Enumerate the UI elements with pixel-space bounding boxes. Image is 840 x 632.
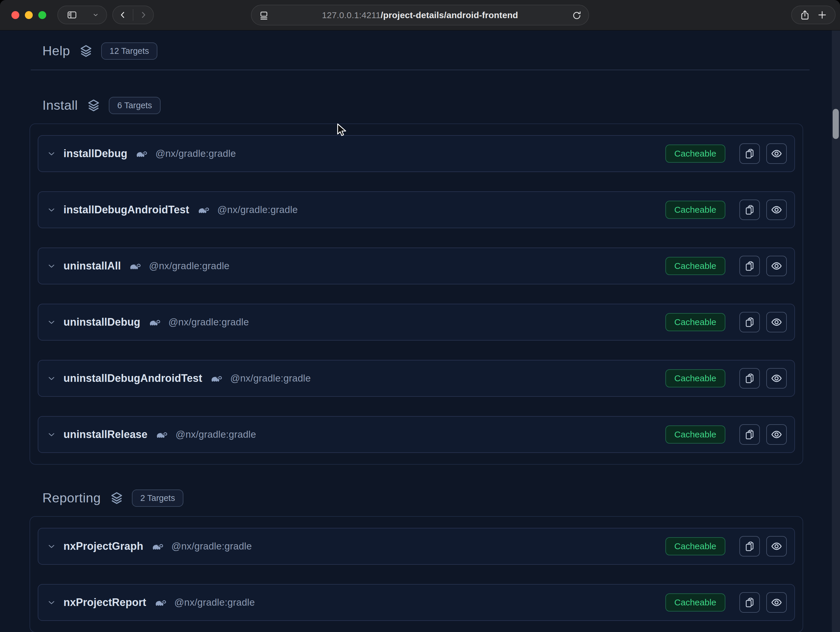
forward-icon — [139, 11, 148, 19]
eye-icon — [771, 148, 782, 160]
target-executor: @nx/gradle:gradle — [217, 204, 298, 215]
new-tab-button[interactable] — [817, 9, 827, 20]
copy-icon — [744, 261, 755, 272]
target-name: installDebugAndroidTest — [63, 204, 189, 216]
page-settings-icon[interactable] — [259, 10, 270, 21]
gradle-elephant-icon — [151, 542, 164, 551]
layers-icon — [87, 98, 101, 112]
view-target-button[interactable] — [766, 424, 787, 445]
target-name: uninstallRelease — [63, 428, 147, 441]
targets-group-reporting: nxProjectGraph @nx/gradle:gradle Cacheab… — [30, 516, 803, 632]
gradle-elephant-icon — [197, 205, 210, 215]
copy-target-button[interactable] — [739, 256, 760, 276]
cacheable-badge: Cacheable — [665, 593, 725, 611]
copy-target-button[interactable] — [739, 592, 760, 613]
target-row[interactable]: uninstallRelease @nx/gradle:gradle Cache… — [38, 416, 795, 453]
target-name: uninstallAll — [63, 260, 121, 272]
view-target-button[interactable] — [766, 592, 787, 613]
target-row[interactable]: uninstallDebugAndroidTest @nx/gradle:gra… — [38, 360, 795, 397]
share-button[interactable] — [799, 9, 810, 21]
target-name: nxProjectReport — [63, 596, 146, 608]
gradle-elephant-icon — [135, 149, 148, 159]
section-header-help: Help 12 Targets — [43, 41, 840, 61]
target-name: uninstallDebug — [63, 316, 141, 328]
copy-target-button[interactable] — [739, 199, 760, 220]
chevron-down-icon[interactable] — [47, 205, 56, 214]
scrollbar-thumb[interactable] — [833, 109, 839, 139]
eye-icon — [771, 373, 782, 384]
history-nav-group — [112, 6, 154, 24]
chevron-down-icon[interactable] — [47, 318, 56, 327]
target-row[interactable]: installDebug @nx/gradle:gradle Cacheable — [38, 135, 795, 172]
target-executor: @nx/gradle:gradle — [171, 541, 252, 552]
target-row[interactable]: nxProjectGraph @nx/gradle:gradle Cacheab… — [38, 528, 795, 565]
section-header-install: Install 6 Targets — [43, 95, 840, 115]
cacheable-badge: Cacheable — [665, 201, 725, 219]
eye-icon — [771, 260, 782, 272]
view-target-button[interactable] — [766, 199, 787, 220]
window-controls — [11, 11, 46, 19]
chevron-down-icon[interactable] — [47, 374, 56, 383]
copy-target-button[interactable] — [739, 424, 760, 445]
chevron-down-icon[interactable] — [47, 542, 56, 551]
view-target-button[interactable] — [766, 536, 787, 556]
view-target-button[interactable] — [766, 312, 787, 332]
reload-button[interactable] — [572, 10, 582, 21]
target-executor: @nx/gradle:gradle — [230, 373, 311, 384]
view-target-button[interactable] — [766, 368, 787, 389]
copy-target-button[interactable] — [739, 143, 760, 164]
section-header-reporting: Reporting 2 Targets — [43, 488, 840, 508]
target-row[interactable]: installDebugAndroidTest @nx/gradle:gradl… — [38, 191, 795, 228]
section-title: Reporting — [43, 490, 101, 506]
gradle-elephant-icon — [210, 374, 223, 383]
copy-icon — [744, 597, 755, 608]
minimize-window-button[interactable] — [25, 11, 33, 19]
target-executor: @nx/gradle:gradle — [155, 148, 236, 159]
view-target-button[interactable] — [766, 256, 787, 276]
target-row[interactable]: uninstallAll @nx/gradle:gradle Cacheable — [38, 248, 795, 284]
close-window-button[interactable] — [11, 11, 19, 19]
url-host: 127.0.0.1:4211 — [322, 10, 381, 20]
copy-target-button[interactable] — [739, 536, 760, 556]
chevron-down-icon[interactable] — [47, 598, 56, 607]
section-divider — [31, 70, 810, 70]
target-name: nxProjectGraph — [63, 540, 143, 552]
eye-icon — [771, 316, 782, 328]
layers-icon — [110, 491, 124, 505]
sidebar-icon — [67, 9, 77, 20]
zoom-window-button[interactable] — [38, 11, 46, 19]
target-name: uninstallDebugAndroidTest — [63, 372, 202, 384]
gradle-elephant-icon — [155, 430, 169, 439]
gradle-elephant-icon — [128, 261, 142, 271]
chevron-down-icon[interactable] — [47, 430, 56, 439]
targets-count-badge: 2 Targets — [132, 490, 184, 507]
copy-icon — [744, 373, 755, 384]
target-row[interactable]: uninstallDebug @nx/gradle:gradle Cacheab… — [38, 304, 795, 341]
gradle-elephant-icon — [154, 598, 167, 607]
copy-target-button[interactable] — [739, 368, 760, 389]
sidebar-toggle-button[interactable] — [57, 6, 107, 24]
eye-icon — [771, 540, 782, 552]
section-title: Install — [43, 98, 78, 113]
browser-toolbar: 127.0.0.1:4211/project-details/android-f… — [0, 0, 840, 30]
copy-icon — [744, 541, 755, 552]
back-icon — [118, 11, 127, 19]
address-bar[interactable]: 127.0.0.1:4211/project-details/android-f… — [251, 5, 589, 25]
chevron-down-icon[interactable] — [47, 262, 56, 270]
cacheable-badge: Cacheable — [665, 537, 725, 555]
chevron-down-icon — [92, 12, 99, 18]
forward-button[interactable] — [133, 6, 153, 24]
target-row[interactable]: nxProjectReport @nx/gradle:gradle Cachea… — [38, 584, 795, 621]
cacheable-badge: Cacheable — [665, 313, 725, 331]
section-title: Help — [43, 43, 70, 58]
cacheable-badge: Cacheable — [665, 257, 725, 275]
chevron-down-icon[interactable] — [47, 149, 56, 158]
copy-target-button[interactable] — [739, 312, 760, 332]
view-target-button[interactable] — [766, 143, 787, 164]
back-button[interactable] — [113, 6, 133, 24]
safari-window: 127.0.0.1:4211/project-details/android-f… — [0, 0, 840, 632]
project-details-page: Help 12 Targets Install 6 Targets instal… — [0, 30, 840, 632]
url-text: 127.0.0.1:4211/project-details/android-f… — [322, 10, 518, 20]
target-executor: @nx/gradle:gradle — [174, 597, 255, 608]
copy-icon — [744, 317, 755, 328]
